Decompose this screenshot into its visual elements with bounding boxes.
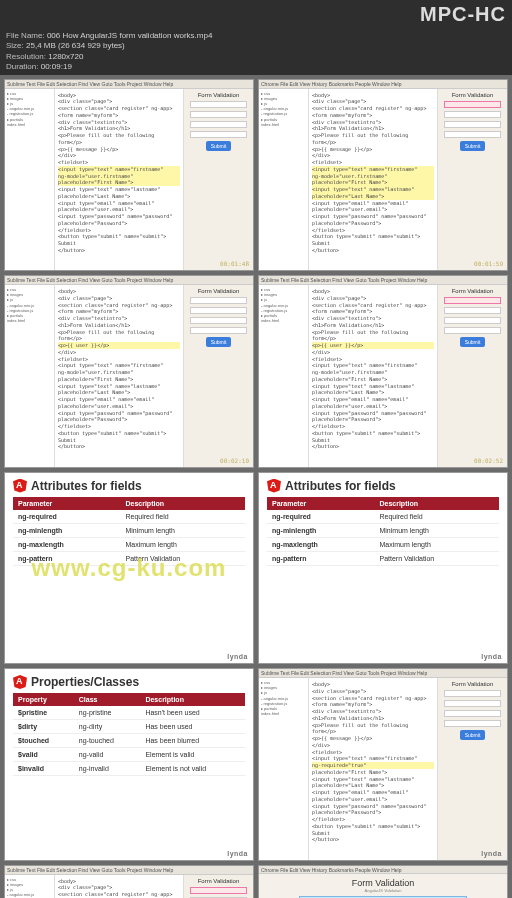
thumb-5[interactable]: Attributes for fields ParameterDescripti… <box>4 472 254 665</box>
form-preview: Form Validation Submit <box>183 89 253 271</box>
thumb-3[interactable]: Sublime Text File Edit Selection Find Vi… <box>4 275 254 468</box>
timestamp: 00:01:48 <box>220 260 249 267</box>
thumb-7[interactable]: Properties/Classes PropertyClassDescript… <box>4 668 254 861</box>
file-tree: ▸ css▸ images▸ js - angular.min.js - reg… <box>5 89 55 271</box>
thumb-9[interactable]: Sublime Text File Edit Selection Find Vi… <box>4 865 254 898</box>
thumbnail-grid: Sublime Text File Edit Selection Find Vi… <box>0 75 512 898</box>
attributes-table: ParameterDescriptionng-requiredRequired … <box>13 497 245 566</box>
thumb-10[interactable]: Chrome File Edit View History Bookmarks … <box>258 865 508 898</box>
slide-attributes: Attributes for fields ParameterDescripti… <box>5 473 253 664</box>
thumb-4[interactable]: Sublime Text File Edit Selection Find Vi… <box>258 275 508 468</box>
thumb-2[interactable]: Chrome File Edit View History Bookmarks … <box>258 79 508 272</box>
player-brand: MPC-HC <box>420 3 506 26</box>
file-meta: File Name: 006 How AngularJS form valida… <box>0 29 512 75</box>
editor-menubar: Sublime Text File Edit Selection Find Vi… <box>5 80 253 89</box>
thumb-8[interactable]: Sublime Text File Edit Selection Find Vi… <box>258 668 508 861</box>
lynda-badge: lynda <box>227 653 248 660</box>
thumb-1[interactable]: Sublime Text File Edit Selection Find Vi… <box>4 79 254 272</box>
properties-table: PropertyClassDescription$pristineng-pris… <box>13 693 245 776</box>
thumb-6[interactable]: Attributes for fields ParameterDescripti… <box>258 472 508 665</box>
submit-button[interactable]: Submit <box>206 141 232 151</box>
code-editor: <body> <div class="page"> <section class… <box>55 89 183 271</box>
angular-icon <box>13 479 27 493</box>
slide-properties: Properties/Classes PropertyClassDescript… <box>5 669 253 860</box>
